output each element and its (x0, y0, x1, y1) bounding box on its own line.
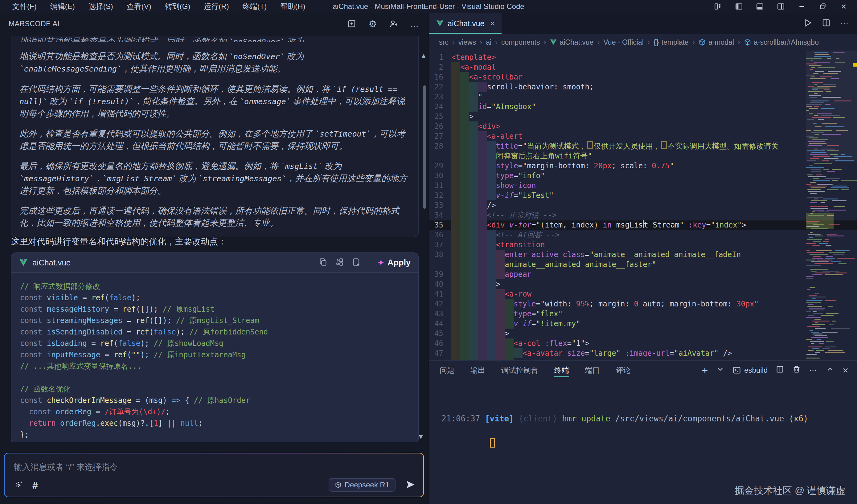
new-terminal-icon[interactable]: + (702, 364, 708, 376)
menu-item[interactable]: 运行(R) (198, 1, 234, 12)
panel-right-icon[interactable] (772, 0, 790, 13)
code-line: }; (20, 429, 409, 440)
editor-line: 46<a-col :flex="1"> (429, 338, 857, 348)
breadcrumb-separator: › (648, 38, 650, 47)
trash-icon[interactable] (792, 365, 801, 376)
close-icon[interactable]: × (842, 365, 848, 376)
ai-response-bubble: 地说明其功能是检查是否为测试模式。同时，函数名如 `noSendOver` 改为… (11, 36, 419, 237)
menu-item[interactable]: 帮助(H) (275, 1, 311, 12)
menu-item[interactable]: 查看(V) (121, 1, 157, 12)
editor-line: 29style="margin-bottom: 20px; scale: 0.7… (429, 161, 857, 171)
editor-line: animate__animated animate__faster" (429, 259, 857, 269)
diff-icon[interactable] (335, 258, 344, 268)
breadcrumb-item[interactable]: {}template (654, 38, 689, 47)
restore-icon[interactable] (814, 0, 832, 13)
breadcrumb-item[interactable]: a-modal (699, 38, 734, 47)
menu-item[interactable]: 编辑(E) (45, 1, 81, 12)
layout-customize-icon[interactable] (709, 0, 727, 13)
chevron-up-icon[interactable] (826, 365, 835, 376)
panel-left-icon[interactable] (730, 0, 748, 13)
panel-tab-调试控制台[interactable]: 调试控制台 (501, 361, 538, 380)
switch-account-icon[interactable] (388, 18, 399, 29)
chevron-down-icon[interactable] (716, 365, 724, 376)
line-number: 45 (429, 329, 451, 338)
editor-line: 28title="当前为测试模式，仅供开发人员使用，不实际调用大模型。如需修改请… (429, 141, 857, 151)
line-number (429, 151, 451, 161)
breadcrumb-separator: › (738, 38, 740, 47)
terminal-output[interactable]: 21:06:37 [vite] (client) hmr update /src… (429, 380, 857, 462)
more-ellipsis-icon[interactable]: … (840, 17, 850, 27)
breadcrumb-item[interactable]: components (501, 38, 540, 47)
chat-input[interactable]: 输入消息或者 “/” 来选择指令 (14, 461, 118, 473)
chat-message-area[interactable]: 地说明其功能是检查是否为测试模式。同时，函数名如 `noSendOver` 改为… (0, 36, 428, 442)
menu-item[interactable]: 转到(G) (159, 1, 196, 12)
split-panel-icon[interactable] (776, 365, 784, 376)
scroll-up-arrow-icon[interactable]: ▲ (420, 52, 427, 59)
breadcrumb-separator: › (480, 38, 482, 47)
line-number: 36 (429, 230, 451, 240)
scroll-down-arrow-icon[interactable]: ▼ (417, 433, 424, 441)
editor-line: 43type="flex" (429, 309, 857, 319)
line-number: 26 (429, 121, 451, 131)
tab-aichat-vue[interactable]: aiChat.vue × (429, 13, 502, 34)
editor-line: 36<!-- AI回答 --> (429, 230, 857, 240)
new-chat-icon[interactable] (347, 18, 357, 29)
hash-icon[interactable]: # (32, 480, 38, 491)
code-line (20, 372, 409, 384)
close-icon[interactable]: × (835, 0, 853, 13)
breadcrumb-item[interactable]: a-scrollbar#AImsgbo (744, 38, 819, 47)
breadcrumb-separator: › (597, 38, 600, 47)
line-number: 31 (429, 181, 451, 190)
panel-bottom-icon[interactable] (751, 0, 769, 13)
more-ellipsis-icon[interactable]: … (809, 364, 818, 373)
window-title: aiChat.vue - MusiMall-FrontEnd-User - Vi… (333, 2, 524, 11)
panel-tab-问题[interactable]: 问题 (440, 361, 454, 380)
chat-panel-header: MARSCODE AI ⚙ … (0, 13, 428, 35)
code-line: const isSendingDisabled = ref(false); //… (20, 326, 409, 338)
code-line: const inputMessage = ref(""); // 原inputT… (20, 349, 409, 361)
copy-icon[interactable] (319, 258, 327, 268)
menu-item[interactable]: 选择(S) (83, 1, 119, 12)
minimize-icon[interactable] (793, 0, 811, 13)
code-line: return orderReg.exec(msg)?.[1] || null; (20, 418, 409, 429)
breadcrumb-item[interactable]: Vue - Official (603, 38, 643, 47)
breadcrumb-item[interactable]: views (458, 38, 476, 47)
line-number: 46 (429, 338, 451, 348)
line-number (429, 259, 451, 269)
run-icon[interactable] (803, 18, 812, 29)
editor-line: 2<a-modal (429, 62, 857, 72)
code-line: // ...其他响应式变量保持原名... (20, 361, 409, 372)
editor-tab-bar: aiChat.vue × … (429, 13, 857, 34)
title-bar: 文件(F)编辑(E)选择(S)查看(V)转到(G)运行(R)终端(T)帮助(H)… (0, 0, 857, 13)
split-editor-icon[interactable] (822, 18, 831, 29)
terminal-instance[interactable]: esbuild (733, 366, 768, 374)
editor-line: 24id="AImsgbox" (429, 102, 857, 112)
active-tab-indicator (429, 33, 502, 34)
breadcrumb-item[interactable]: aiChat.vue (550, 38, 593, 47)
insert-file-icon[interactable] (352, 258, 361, 268)
send-plane-icon[interactable] (405, 479, 416, 491)
more-ellipsis-icon[interactable]: … (409, 18, 420, 29)
panel-tab-终端[interactable]: 终端 (554, 361, 569, 380)
code-line: const isLoading = ref(false); // 原showLo… (20, 338, 409, 349)
menu-item[interactable]: 终端(T) (237, 1, 272, 12)
editor-line: 闭弹窗后点右上角wifi符号" (429, 151, 857, 161)
panel-tab-评论[interactable]: 评论 (616, 361, 631, 380)
tab-close-icon[interactable]: × (490, 19, 495, 28)
menu-item[interactable]: 文件(F) (7, 1, 42, 12)
sparkle-command-icon[interactable] (14, 480, 23, 491)
code-editor[interactable]: 1<template>2<a-modal16<a-scrollbar22scro… (429, 51, 857, 360)
model-selector[interactable]: Deepseek R1 (329, 478, 396, 492)
line-number: 23 (429, 92, 451, 102)
breadcrumb-item[interactable]: src (439, 38, 449, 47)
apply-button[interactable]: ✦ Apply (377, 258, 410, 268)
editor-line: 27<a-alert (429, 131, 857, 141)
minimap-slider[interactable] (806, 51, 857, 162)
panel-tab-端口[interactable]: 端口 (585, 361, 600, 380)
breadcrumb-item[interactable]: ai (486, 38, 491, 47)
editor-group: aiChat.vue × … src›views›ai›components›a… (428, 13, 857, 504)
panel-tab-输出[interactable]: 输出 (470, 361, 485, 380)
chat-paragraph: 在代码结构方面，可能需要调整一些条件判断和循环，使其更简洁易读。例如，将 `if… (19, 83, 407, 120)
chat-scrollbar[interactable] (423, 85, 426, 209)
settings-gear-icon[interactable]: ⚙ (368, 18, 378, 29)
